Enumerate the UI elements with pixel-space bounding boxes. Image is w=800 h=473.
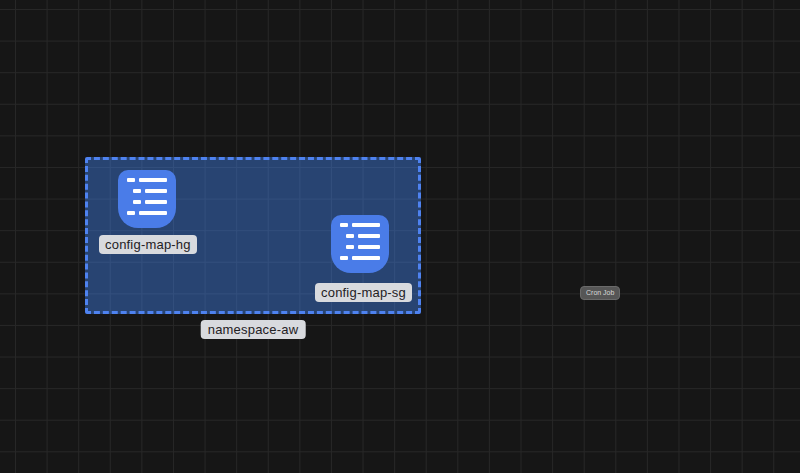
- node-label: config-map-sg: [315, 283, 412, 302]
- icon-line: [133, 200, 141, 204]
- icon-line: [340, 223, 348, 227]
- icon-line: [133, 189, 141, 193]
- icon-line: [145, 200, 167, 204]
- icon-line: [352, 256, 380, 260]
- icon-line: [127, 211, 135, 215]
- diagram-canvas[interactable]: config-map-hg config-map-sg namespace-aw…: [0, 0, 800, 473]
- icon-line: [127, 178, 135, 182]
- icon-line: [358, 245, 380, 249]
- namespace-group-box[interactable]: config-map-hg config-map-sg: [85, 157, 421, 314]
- namespace-label: namespace-aw: [201, 320, 306, 339]
- icon-line: [340, 256, 348, 260]
- icon-line: [346, 234, 354, 238]
- icon-line: [139, 211, 167, 215]
- icon-line: [145, 189, 167, 193]
- icon-line: [139, 178, 167, 182]
- icon-line: [358, 234, 380, 238]
- cron-job-chip[interactable]: Cron Job: [580, 286, 620, 300]
- icon-line: [346, 245, 354, 249]
- node-label: config-map-hg: [99, 235, 197, 254]
- config-map-icon: [118, 170, 176, 228]
- config-map-icon: [331, 215, 389, 273]
- icon-line: [352, 223, 380, 227]
